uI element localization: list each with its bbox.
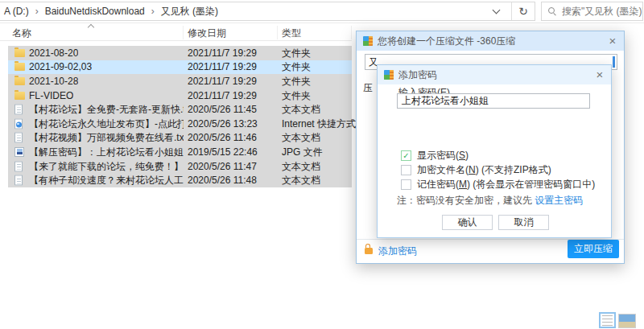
check-icon: ✓ [402, 151, 409, 160]
encrypt-filename-checkbox[interactable]: ✓ 加密文件名(N) (不支持ZIP格式) [401, 163, 551, 177]
breadcrumb-separator-icon: › [151, 6, 155, 17]
checkbox-label: 加密文件名(N) (不支持ZIP格式) [417, 163, 551, 177]
column-header-name[interactable]: 名称 [12, 27, 31, 40]
confirm-button[interactable]: 确认 [442, 215, 493, 230]
column-divider[interactable] [351, 26, 352, 39]
checkbox-label: 记住密码(M) (将会显示在管理密码窗口中) [417, 178, 595, 191]
cancel-button[interactable]: 取消 [498, 215, 549, 230]
file-type: Internet 快捷方式 [282, 117, 356, 130]
add-password-dialog-titlebar[interactable]: 添加密码 [378, 65, 611, 84]
file-row[interactable]: 【村花论坛永久地址发布页】-点此打开 2020/5/26 13:23 Inter… [8, 117, 352, 131]
password-input[interactable]: 上村花论坛看小姐姐 [397, 93, 590, 109]
refresh-icon[interactable]: ↻ [512, 2, 535, 20]
file-name: 2021-09-02,03 [29, 61, 92, 72]
column-header-date[interactable]: 修改日期 [188, 27, 226, 40]
folder-icon [14, 63, 25, 71]
text-file-icon [14, 105, 23, 115]
taskbar-thumbnail-photo-icon[interactable] [618, 314, 636, 328]
file-type: 文本文档 [282, 131, 320, 145]
file-name: 2021-08-20 [29, 47, 78, 59]
file-date: 2020/5/26 11:47 [188, 161, 257, 172]
show-password-checkbox[interactable]: ✓ 显示密码(S) [401, 149, 469, 162]
password-note: 注：密码没有安全加密，建议先 设置主密码 [397, 194, 583, 208]
file-date: 2020/5/26 13:23 [188, 118, 258, 130]
file-type: 文件夹 [282, 60, 311, 74]
file-name: 【村花论坛】全免费-无套路-更新快.txt [29, 103, 184, 117]
file-date: 2021/11/7 19:29 [188, 76, 257, 87]
file-name: 2021-10-28 [29, 76, 78, 87]
divider [0, 40, 352, 41]
set-master-password-link[interactable]: 设置主密码 [535, 195, 583, 206]
file-type: JPG 文件 [282, 145, 323, 158]
internet-shortcut-icon [14, 118, 23, 129]
file-date: 2020/5/26 11:48 [188, 175, 257, 186]
text-file-icon [14, 161, 23, 171]
file-type: 文件夹 [282, 74, 311, 88]
folder-icon [14, 77, 25, 85]
file-type: 文件夹 [282, 88, 311, 102]
file-date: 2020/5/26 11:45 [188, 104, 257, 115]
address-bar[interactable]: A (D:) › BaiduNetdiskDownload › 又见秋 (墨染)… [0, 2, 535, 21]
close-icon[interactable]: × [605, 34, 620, 48]
breadcrumb: A (D:) › BaiduNetdiskDownload › 又见秋 (墨染) [0, 5, 218, 19]
sort-ascending-icon [88, 24, 94, 31]
text-file-icon [14, 133, 23, 143]
file-type: 文件夹 [282, 46, 311, 60]
file-name: 【来了就能下载的论坛，纯免费！】.txt [29, 159, 184, 173]
remember-password-checkbox[interactable]: ✓ 记住密码(M) (将会显示在管理密码窗口中) [401, 178, 595, 191]
chevron-down-icon[interactable] [493, 6, 501, 14]
file-name: 【村花论坛永久地址发布页】-点此打开 [29, 117, 184, 130]
breadcrumb-item-current[interactable]: 又见秋 (墨染) [161, 5, 218, 19]
file-row[interactable]: FL-VIDEO 2021/11/7 19:29 文件夹 [8, 88, 352, 103]
column-divider[interactable] [183, 26, 184, 39]
search-placeholder: 搜索"又见秋 (墨染)" [562, 5, 643, 19]
search-icon [548, 7, 556, 15]
compress-config-label-partial: 压 [363, 81, 373, 95]
file-date: 2021/11/7 19:29 [188, 90, 257, 101]
taskbar-thumbnail-list-icon[interactable] [599, 312, 616, 328]
column-header-type[interactable]: 类型 [282, 27, 301, 40]
file-row[interactable]: 【村花视频】万部视频免费在线看.txt 2020/5/26 11:46 文本文档 [8, 131, 352, 146]
checkbox-icon[interactable]: ✓ [401, 179, 411, 190]
file-date: 2020/5/26 11:46 [188, 132, 257, 143]
file-list-rows: 2021-08-20 2021/11/7 19:29 文件夹 2021-09-0… [8, 46, 352, 188]
file-type: 文本文档 [282, 103, 320, 117]
file-name: 【解压密码】：上村花论坛看小姐姐.jpg [29, 145, 184, 158]
file-name: 【有种子却没速度？来村花论坛人工加... [29, 174, 184, 187]
explorer-window: A (D:) › BaiduNetdiskDownload › 又见秋 (墨染)… [0, 0, 644, 329]
checkbox-label: 显示密码(S) [417, 149, 469, 162]
checkbox-icon[interactable]: ✓ [401, 165, 411, 175]
file-type: 文本文档 [282, 174, 320, 187]
folder-icon [14, 49, 25, 57]
file-row[interactable]: 2021-09-02,03 2021/11/7 19:29 文件夹 [8, 60, 352, 75]
file-row[interactable]: 2021-10-28 2021/11/7 19:29 文件夹 [8, 74, 352, 88]
file-name: FL-VIDEO [29, 90, 73, 101]
file-row[interactable]: 【解压密码】：上村花论坛看小姐姐.jpg 2019/5/15 22:46 JPG… [8, 145, 352, 159]
file-row[interactable]: 2021-08-20 2021/11/7 19:29 文件夹 [8, 46, 352, 60]
add-password-dialog: 添加密码 × 输入密码(E) 上村花论坛看小姐姐 ✓ 显示密码(S) ✓ 加密文… [377, 64, 612, 238]
file-row[interactable]: 【来了就能下载的论坛，纯免费！】.txt 2020/5/26 11:47 文本文… [8, 159, 352, 174]
input-focus-edge [613, 56, 615, 68]
add-password-link[interactable]: 添加密码 [365, 242, 417, 260]
breadcrumb-separator-icon: › [35, 6, 39, 17]
360zip-app-icon [384, 70, 394, 80]
breadcrumb-item-drive[interactable]: A (D:) [4, 6, 29, 17]
close-icon[interactable]: × [592, 68, 607, 82]
breadcrumb-item-folder[interactable]: BaiduNetdiskDownload [45, 6, 145, 17]
checkbox-icon[interactable]: ✓ [401, 150, 411, 161]
add-password-dialog-title: 添加密码 [398, 68, 437, 82]
file-row[interactable]: 【有种子却没速度？来村花论坛人工加... 2020/5/26 11:48 文本文… [8, 173, 352, 187]
divider [0, 23, 644, 23]
compress-now-button[interactable]: 立即压缩 [568, 240, 619, 258]
compress-dialog-title: 您将创建一个压缩文件 -360压缩 [378, 35, 515, 48]
file-type: 文本文档 [282, 159, 320, 173]
file-date: 2019/5/15 22:46 [188, 146, 258, 158]
column-divider[interactable] [277, 26, 278, 39]
file-row[interactable]: 【村花论坛】全免费-无套路-更新快.txt 2020/5/26 11:45 文本… [8, 102, 352, 117]
text-file-icon [14, 175, 23, 186]
file-date: 2021/11/7 19:29 [188, 47, 257, 59]
address-bar-controls: ↻ [487, 2, 535, 20]
360zip-app-icon [363, 36, 373, 46]
compress-dialog-titlebar[interactable]: 您将创建一个压缩文件 -360压缩 [357, 31, 624, 51]
search-input[interactable]: 搜索"又见秋 (墨染)" [541, 2, 643, 21]
